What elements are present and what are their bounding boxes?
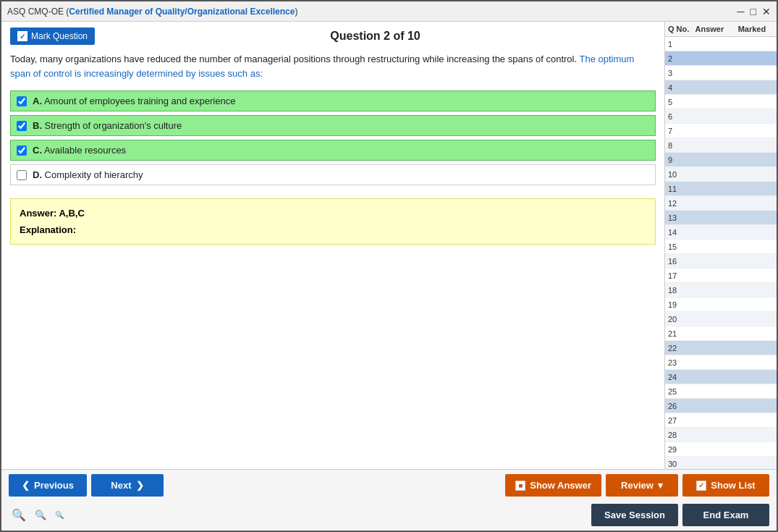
app-window: ASQ CMQ-OE (Certified Manager of Quality… — [0, 0, 778, 532]
show-answer-button[interactable]: ■ Show Answer — [505, 474, 601, 497]
option-c-checkbox[interactable] — [17, 145, 27, 156]
save-session-label: Save Session — [604, 510, 665, 520]
table-row[interactable]: 6 — [665, 109, 777, 124]
question-text: Today, many organizations have reduced t… — [10, 52, 656, 80]
table-row[interactable]: 27 — [665, 413, 777, 428]
mark-question-label: Mark Question — [31, 31, 88, 41]
q-number: 19 — [668, 300, 695, 309]
q-number: 21 — [668, 329, 695, 338]
zoom-in-button[interactable]: 🔍 — [9, 507, 29, 523]
end-exam-button[interactable]: End Exam — [682, 504, 769, 526]
table-row[interactable]: 10 — [665, 167, 777, 182]
q-number: 30 — [668, 460, 695, 468]
table-row[interactable]: 9 — [665, 153, 777, 167]
table-row[interactable]: 24 — [665, 370, 777, 384]
q-number: 6 — [668, 112, 695, 121]
answer-box: Answer: A,B,C Explanation: — [10, 198, 656, 245]
show-list-button[interactable]: ✓ Show List — [682, 474, 769, 497]
answer-text: Answer: A,B,C — [20, 208, 646, 219]
save-session-button[interactable]: Save Session — [591, 504, 678, 526]
previous-button[interactable]: ❮ Previous — [9, 474, 87, 497]
table-row[interactable]: 28 — [665, 428, 777, 442]
table-row[interactable]: 16 — [665, 254, 777, 269]
q-number: 25 — [668, 387, 695, 396]
table-row[interactable]: 7 — [665, 124, 777, 138]
main-content: ✓ Mark Question Question 2 of 10 Today, … — [1, 22, 777, 469]
next-label: Next — [111, 480, 131, 491]
q-number: 28 — [668, 431, 695, 439]
review-dropdown-icon: ▾ — [658, 480, 663, 491]
table-row[interactable]: 8 — [665, 138, 777, 153]
q-number: 3 — [668, 69, 695, 77]
window-title-blue: Certified Manager of Quality/Organizatio… — [69, 7, 295, 17]
mark-question-button[interactable]: ✓ Mark Question — [10, 28, 95, 45]
table-row[interactable]: 17 — [665, 269, 777, 283]
table-row[interactable]: 22 — [665, 341, 777, 355]
explanation-label: Explanation: — [20, 224, 646, 235]
q-number: 20 — [668, 315, 695, 324]
option-b-text: B. Strength of organization's culture — [33, 120, 182, 131]
table-row[interactable]: 11 — [665, 182, 777, 196]
table-row[interactable]: 5 — [665, 95, 777, 109]
q-number: 14 — [668, 228, 695, 237]
window-title: ASQ CMQ-OE (Certified Manager of Quality… — [7, 7, 297, 17]
show-answer-checkbox-icon: ■ — [515, 481, 525, 491]
table-row[interactable]: 18 — [665, 283, 777, 297]
table-row[interactable]: 4 — [665, 80, 777, 95]
title-bar: ASQ CMQ-OE (Certified Manager of Quality… — [1, 1, 777, 22]
option-c[interactable]: C. Available resources — [10, 140, 656, 161]
previous-label: Previous — [34, 480, 74, 491]
left-panel: ✓ Mark Question Question 2 of 10 Today, … — [1, 22, 664, 469]
question-title: Question 2 of 10 — [95, 30, 656, 43]
right-panel: Q No. Answer Marked 1 2 3 4 5 6 — [664, 22, 777, 469]
zoom-out-button[interactable]: 🔍 — [52, 510, 67, 520]
col-header-qno: Q No. — [668, 25, 695, 33]
maximize-icon[interactable]: □ — [750, 6, 756, 17]
q-number: 16 — [668, 257, 695, 266]
option-a-checkbox[interactable] — [17, 96, 27, 106]
option-a[interactable]: A. Amount of employees training and expe… — [10, 90, 656, 111]
q-number: 26 — [668, 402, 695, 410]
window-controls: ─ □ ✕ — [737, 6, 771, 17]
minimize-icon[interactable]: ─ — [737, 6, 745, 17]
table-row[interactable]: 21 — [665, 326, 777, 341]
table-row[interactable]: 30 — [665, 457, 777, 469]
previous-icon: ❮ — [22, 480, 30, 491]
q-number: 15 — [668, 242, 695, 251]
table-row[interactable]: 29 — [665, 442, 777, 457]
table-row[interactable]: 14 — [665, 225, 777, 240]
option-b[interactable]: B. Strength of organization's culture — [10, 115, 656, 136]
table-row[interactable]: 23 — [665, 355, 777, 370]
table-row[interactable]: 13 — [665, 211, 777, 225]
q-number: 24 — [668, 373, 695, 381]
show-answer-label: Show Answer — [530, 480, 591, 491]
option-d-checkbox[interactable] — [17, 170, 27, 180]
zoom-controls: 🔍 🔍 🔍 — [9, 507, 67, 523]
q-number: 2 — [668, 54, 695, 63]
close-icon[interactable]: ✕ — [762, 6, 771, 17]
col-header-marked: Marked — [738, 25, 774, 33]
q-number: 27 — [668, 416, 695, 425]
q-number: 10 — [668, 170, 695, 179]
table-row[interactable]: 19 — [665, 297, 777, 312]
table-row[interactable]: 15 — [665, 240, 777, 254]
next-button[interactable]: Next ❯ — [91, 474, 164, 497]
table-row[interactable]: 3 — [665, 66, 777, 80]
table-row[interactable]: 2 — [665, 51, 777, 66]
col-header-answer: Answer — [695, 25, 737, 33]
q-number: 1 — [668, 40, 695, 48]
table-row[interactable]: 1 — [665, 37, 777, 51]
top-bar: ✓ Mark Question Question 2 of 10 — [10, 28, 656, 45]
show-list-label: Show List — [711, 480, 755, 491]
zoom-normal-button[interactable]: 🔍 — [32, 508, 49, 522]
table-row[interactable]: 12 — [665, 196, 777, 211]
table-row[interactable]: 20 — [665, 312, 777, 326]
question-list[interactable]: 1 2 3 4 5 6 7 8 — [665, 37, 777, 469]
review-button[interactable]: Review ▾ — [606, 474, 678, 497]
table-row[interactable]: 26 — [665, 399, 777, 413]
option-b-checkbox[interactable] — [17, 121, 27, 131]
option-a-text: A. Amount of employees training and expe… — [33, 96, 235, 106]
option-d[interactable]: D. Complexity of hierarchy — [10, 164, 656, 185]
table-row[interactable]: 25 — [665, 384, 777, 399]
end-exam-label: End Exam — [703, 510, 749, 520]
